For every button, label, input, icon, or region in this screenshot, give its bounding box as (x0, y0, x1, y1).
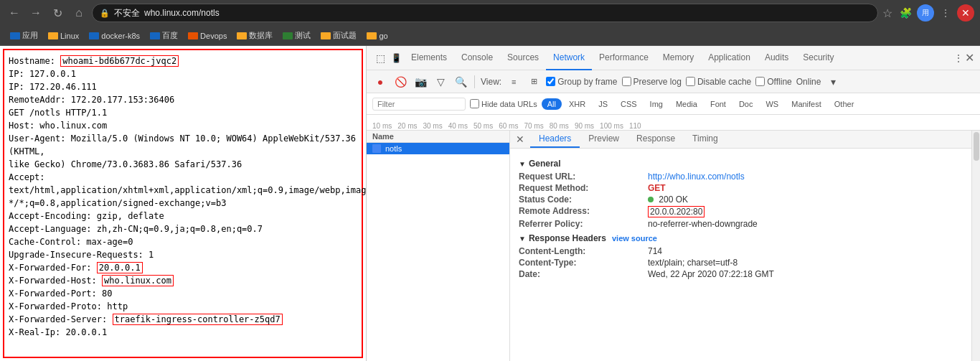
tab-console[interactable]: Console (454, 46, 500, 70)
search-button[interactable]: 🔍 (453, 74, 468, 90)
tab-sources[interactable]: Sources (500, 46, 546, 70)
interview-icon (321, 32, 331, 39)
preserve-log-checkbox[interactable] (622, 77, 631, 86)
bookmark-devops[interactable]: Devops (184, 30, 231, 42)
detail-close-x[interactable]: ✕ (510, 131, 530, 148)
filter-tab-img[interactable]: Img (644, 98, 669, 110)
back-button[interactable]: ← (6, 4, 23, 22)
tab-audits[interactable]: Audits (758, 46, 796, 70)
security-label: 不安全 (114, 7, 140, 19)
remote-address-label: Remote Address: (519, 206, 648, 217)
remote-address-value: 20.0.0.202:80 (648, 206, 705, 217)
scrollbar-thumb (974, 132, 979, 161)
bookmark-docker[interactable]: docker-k8s (85, 30, 144, 42)
online-dropdown-button[interactable]: ▾ (825, 74, 841, 90)
filter-input[interactable] (372, 98, 466, 111)
filter-tab-all[interactable]: All (542, 98, 562, 110)
filter-tab-font[interactable]: Font (705, 98, 732, 110)
tab-performance[interactable]: Performance (592, 46, 656, 70)
home-button[interactable]: ⌂ (70, 4, 88, 22)
bookmark-test[interactable]: 测试 (278, 29, 315, 42)
filter-button[interactable]: ▽ (433, 74, 448, 90)
devtools-inspect-button[interactable]: ⬚ (372, 50, 388, 66)
devtools-close-button[interactable]: ✕ (965, 51, 974, 65)
detail-tab-preview[interactable]: Preview (580, 131, 628, 148)
bookmark-baidu-label: 百度 (162, 30, 178, 41)
filter-tab-xhr[interactable]: XHR (563, 98, 591, 110)
list-view-button[interactable]: ≡ (506, 74, 522, 90)
offline-checkbox[interactable] (755, 77, 765, 86)
address-bar[interactable]: 🔒 不安全 who.linux.com/notls (92, 4, 878, 22)
detail-tab-headers[interactable]: Headers (530, 131, 580, 148)
record-button[interactable]: ● (372, 74, 388, 90)
group-by-frame-checkbox[interactable] (546, 77, 555, 86)
bookmark-database[interactable]: 数据库 (232, 29, 277, 42)
referrer-policy-value: no-referrer-when-downgrade (648, 219, 758, 229)
camera-button[interactable]: 📷 (413, 74, 428, 90)
network-row-notls[interactable]: notls (367, 143, 509, 154)
filter-tab-doc[interactable]: Doc (733, 98, 759, 110)
filter-tab-media[interactable]: Media (670, 98, 703, 110)
offline-label: Offline (767, 77, 791, 87)
bookmark-linux[interactable]: Linux (44, 30, 83, 42)
page-line: Upgrade-Insecure-Requests: 1 (9, 248, 357, 261)
detail-tab-timing[interactable]: Timing (684, 131, 727, 148)
filter-tab-ws[interactable]: WS (760, 98, 784, 110)
clear-button[interactable]: 🚫 (392, 74, 408, 90)
filter-tab-js[interactable]: JS (593, 98, 613, 110)
tab-application[interactable]: Application (701, 46, 758, 70)
page-line: IP: 172.20.46.111 (9, 80, 357, 93)
forward-button[interactable]: → (27, 4, 44, 22)
hide-data-urls-label: Hide data URLs (481, 100, 537, 108)
page-line: Accept-Encoding: gzip, deflate (9, 210, 357, 222)
detail-view-button[interactable]: ⊞ (526, 74, 542, 90)
top-bar: ← → ↻ ⌂ 🔒 不安全 who.linux.com/notls ☆ 🧩 用 … (0, 0, 980, 26)
detail-tab-response[interactable]: Response (628, 131, 684, 148)
profile-button[interactable]: 用 (917, 4, 934, 22)
timeline-marker-40: 40 ms (448, 122, 468, 130)
group-by-frame-group: Group by frame (546, 77, 617, 87)
content-type-label: Content-Type: (519, 258, 648, 268)
devtools-more-button[interactable]: ⋮ (953, 52, 963, 64)
page-line: X-Forwarded-Port: 80 (9, 287, 357, 300)
extensions-button[interactable]: 🧩 (897, 4, 914, 22)
bookmark-devops-label: Devops (200, 32, 227, 40)
network-body: Name notls ✕ Headers Preview Response (367, 131, 980, 361)
referrer-policy-label: Referrer Policy: (519, 219, 648, 229)
tab-network[interactable]: Network (546, 46, 592, 70)
offline-group: Offline (755, 77, 791, 87)
timeline-marker-100: 100 ms (600, 122, 623, 130)
bookmark-baidu[interactable]: 百度 (146, 29, 182, 42)
go-icon (367, 32, 377, 39)
tab-memory[interactable]: Memory (656, 46, 701, 70)
timeline-marker-70: 70 ms (524, 122, 543, 130)
menu-button[interactable]: ⋮ (937, 4, 954, 22)
hostname-highlight: whoami-bd6b677dc-jvqc2 (60, 55, 179, 67)
status-code-row: Status Code: 200 OK (519, 194, 963, 205)
close-button[interactable]: ✕ (957, 4, 974, 22)
devtools-right-buttons: ⋮ ✕ (953, 51, 974, 65)
devtools-device-button[interactable]: 📱 (388, 50, 404, 66)
filter-tab-css[interactable]: CSS (615, 98, 643, 110)
refresh-button[interactable]: ↻ (49, 4, 66, 22)
tab-security[interactable]: Security (796, 46, 841, 70)
page-line: X-Real-Ip: 20.0.0.1 (9, 326, 357, 339)
detail-body: General Request URL: http://who.linux.co… (510, 149, 971, 286)
bookmark-go-label: go (379, 32, 387, 40)
bookmark-apps[interactable]: 应用 (6, 29, 42, 42)
security-icon: 🔒 (100, 9, 110, 18)
bookmark-interview[interactable]: 面试题 (316, 29, 361, 42)
name-column-header: Name (372, 132, 394, 141)
view-source-link[interactable]: view source (612, 234, 657, 243)
preserve-log-group: Preserve log (622, 77, 682, 87)
bookmark-star-button[interactable]: ☆ (882, 6, 892, 20)
status-code-value: 200 OK (648, 194, 688, 205)
page-line: X-Forwarded-Proto: http (9, 300, 357, 313)
filter-tab-manifest[interactable]: Manifest (786, 98, 827, 110)
tab-elements[interactable]: Elements (404, 46, 454, 70)
bookmark-go[interactable]: go (362, 30, 392, 42)
detail-scrollbar[interactable] (971, 131, 980, 361)
filter-tab-other[interactable]: Other (829, 98, 860, 110)
disable-cache-checkbox[interactable] (686, 77, 695, 86)
hide-data-urls-checkbox[interactable] (470, 99, 479, 108)
